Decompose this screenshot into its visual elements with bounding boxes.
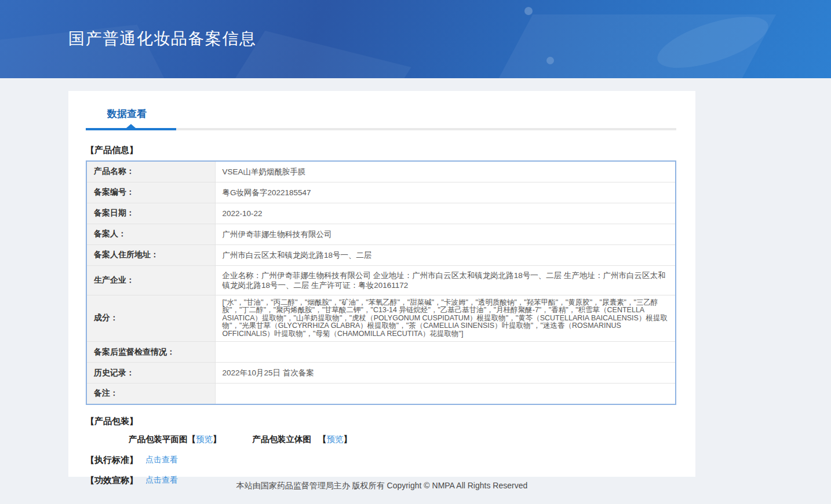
- product-info-table: 产品名称： VSEA山羊奶烟酰胺手膜 备案编号： 粤G妆网备字202218554…: [86, 160, 676, 405]
- table-row: 备案编号： 粤G妆网备字2022185547: [86, 182, 676, 203]
- tab-rule: [86, 128, 676, 130]
- row-label: 备案编号：: [86, 182, 215, 203]
- table-row: 生产企业： 企业名称：广州伊奇菲娜生物科技有限公司 企业地址：广州市白云区太和镇…: [86, 265, 676, 295]
- row-label: 成分：: [86, 295, 215, 342]
- tab-bar: 数据查看: [86, 107, 676, 130]
- table-row: 备案日期： 2022-10-22: [86, 203, 676, 224]
- tab-active-underline: [86, 128, 176, 130]
- banner-decoration-dot: [546, 57, 554, 64]
- preview-flat-link[interactable]: 预览: [196, 434, 213, 444]
- section-heading-standards: 【执行标准】: [86, 455, 138, 465]
- packaging-row: 产品包装平面图【预览】 产品包装立体图 【预览】: [129, 434, 676, 445]
- content-card: 数据查看 【产品信息】 产品名称： VSEA山羊奶烟酰胺手膜 备案编号： 粤G妆…: [68, 91, 695, 477]
- bracket-open: 【: [318, 434, 327, 444]
- table-row: 成分： ["水"，"甘油"，"丙二醇"，"烟酰胺"，"矿油"，"苯氧乙醇"，"甜…: [86, 295, 676, 342]
- tab-active-caret: [126, 124, 136, 128]
- row-value: 粤G妆网备字2022185547: [215, 182, 676, 203]
- standards-view-link[interactable]: 点击查看: [145, 455, 178, 465]
- row-value: VSEA山羊奶烟酰胺手膜: [215, 161, 676, 182]
- row-value-ingredients: ["水"，"甘油"，"丙二醇"，"烟酰胺"，"矿油"，"苯氧乙醇"，"甜菜碱"，…: [215, 295, 676, 342]
- row-label: 备注：: [86, 384, 215, 404]
- row-value: 2022年10月25日 首次备案: [215, 363, 676, 384]
- bracket-open: 【: [188, 434, 196, 444]
- bracket-close: 】: [344, 434, 352, 444]
- table-row: 备注：: [86, 384, 676, 404]
- row-label: 生产企业：: [86, 265, 215, 295]
- page-title: 国产普通化妆品备案信息: [68, 28, 257, 50]
- preview-stereo-link[interactable]: 预览: [327, 434, 344, 444]
- table-row: 备案人： 广州伊奇菲娜生物科技有限公司: [86, 224, 676, 244]
- row-label: 历史记录：: [86, 363, 215, 384]
- row-label: 产品名称：: [86, 161, 215, 182]
- row-value: 广州伊奇菲娜生物科技有限公司: [215, 224, 676, 244]
- row-label: 备案后监督检查情况：: [86, 342, 215, 363]
- standards-row: 【执行标准】 点击查看: [86, 455, 676, 465]
- row-value: 企业名称：广州伊奇菲娜生物科技有限公司 企业地址：广州市白云区太和镇龙岗北路18…: [215, 265, 676, 295]
- row-value: [215, 342, 676, 363]
- row-value: [215, 384, 676, 404]
- section-heading-product-info: 【产品信息】: [86, 145, 676, 155]
- table-row: 备案人住所地址： 广州市白云区太和镇龙岗北路18号一、二层: [86, 244, 676, 265]
- table-row: 历史记录： 2022年10月25日 首次备案: [86, 363, 676, 384]
- tab-data-view[interactable]: 数据查看: [107, 107, 147, 120]
- footer-copyright: 本站由国家药品监督管理局主办 版权所有 Copyright © NMPA All…: [68, 481, 695, 491]
- row-label: 备案日期：: [86, 203, 215, 224]
- banner-decoration-dot: [524, 7, 533, 15]
- section-heading-packaging: 【产品包装】: [86, 416, 676, 426]
- row-value: 广州市白云区太和镇龙岗北路18号一、二层: [215, 244, 676, 265]
- packaging-stereo-label: 产品包装立体图: [253, 434, 312, 444]
- row-label: 备案人：: [86, 224, 215, 244]
- bracket-close: 】: [213, 434, 221, 444]
- table-row: 备案后监督检查情况：: [86, 342, 676, 363]
- row-value: 2022-10-22: [215, 203, 676, 224]
- row-label: 备案人住所地址：: [86, 244, 215, 265]
- table-row: 产品名称： VSEA山羊奶烟酰胺手膜: [86, 161, 676, 182]
- header-banner: 国产普通化妆品备案信息: [0, 0, 831, 78]
- packaging-flat-label: 产品包装平面图: [129, 434, 188, 444]
